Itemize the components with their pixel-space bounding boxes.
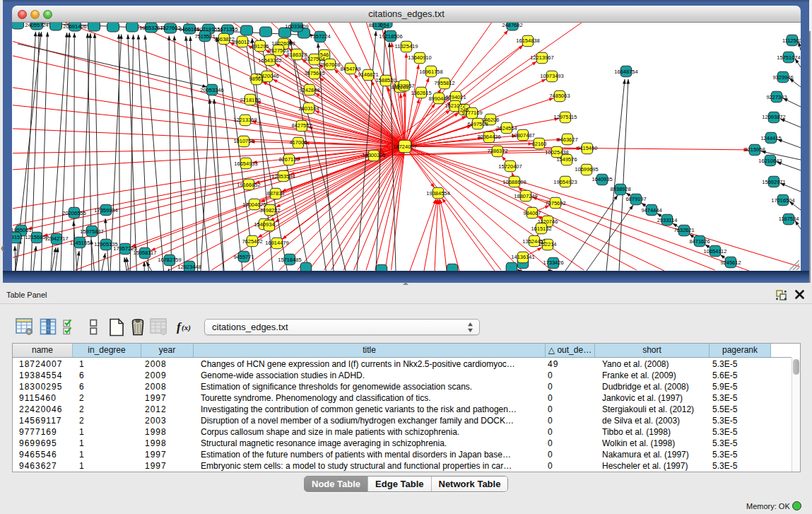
svg-text:19166852: 19166852: [237, 182, 260, 188]
svg-text:12213369: 12213369: [233, 117, 257, 123]
svg-text:9463627: 9463627: [557, 136, 577, 143]
svg-text:7663822: 7663822: [213, 36, 234, 42]
svg-text:16154838: 16154838: [516, 37, 539, 44]
svg-text:2967608: 2967608: [319, 62, 340, 68]
svg-text:15720407: 15720407: [498, 163, 522, 170]
svg-text:39151: 39151: [12, 234, 23, 240]
svg-text:20206555: 20206555: [62, 210, 86, 216]
svg-text:12923448: 12923448: [177, 264, 201, 270]
svg-text:16961758: 16961758: [419, 69, 442, 75]
svg-text:10654112: 10654112: [704, 248, 727, 255]
svg-text:9242848: 9242848: [299, 87, 319, 93]
svg-text:15958117: 15958117: [134, 250, 157, 256]
svg-text:7386372: 7386372: [487, 148, 507, 154]
svg-text:1640935: 1640935: [592, 176, 612, 182]
svg-text:16648754: 16648754: [614, 69, 637, 75]
svg-text:15975887: 15975887: [80, 228, 103, 235]
svg-text:19654923: 19654923: [553, 179, 577, 185]
svg-text:8960124: 8960124: [232, 39, 252, 45]
svg-text:(x): (x): [182, 323, 191, 332]
svg-text:7485063: 7485063: [549, 93, 570, 99]
svg-text:12942717: 12942717: [45, 235, 68, 242]
svg-text:887833: 887833: [266, 190, 284, 197]
svg-text:1112503: 1112503: [782, 37, 801, 44]
svg-text:984067: 984067: [523, 210, 541, 216]
svg-text:16654933: 16654933: [234, 160, 257, 167]
svg-text:2933114: 2933114: [657, 217, 678, 223]
svg-text:1588520: 1588520: [375, 77, 396, 83]
svg-text:8813054: 8813054: [368, 22, 389, 28]
svg-text:7357224: 7357224: [310, 33, 330, 40]
svg-text:3624554: 3624554: [496, 125, 517, 132]
svg-text:6879197: 6879197: [625, 196, 646, 202]
svg-text:7625402: 7625402: [242, 238, 262, 245]
svg-text:14136141: 14136141: [511, 254, 534, 260]
svg-text:8267130: 8267130: [278, 156, 299, 163]
svg-text:10025438: 10025438: [545, 149, 568, 156]
svg-text:18300295: 18300295: [362, 152, 385, 158]
svg-text:16782759: 16782759: [158, 257, 181, 263]
svg-text:10699695: 10699695: [575, 166, 598, 173]
svg-text:1244415: 1244415: [760, 135, 781, 141]
svg-text:9327503: 9327503: [268, 47, 288, 54]
svg-text:7955812: 7955812: [434, 80, 454, 86]
svg-text:18226058: 18226058: [271, 40, 295, 47]
svg-text:13640910: 13640910: [408, 54, 431, 61]
svg-text:9115460: 9115460: [577, 145, 598, 151]
svg-text:16543362: 16543362: [258, 57, 281, 64]
svg-text:1010755: 1010755: [233, 138, 254, 144]
svg-text:11325419: 11325419: [395, 43, 418, 49]
svg-text:1615132: 1615132: [531, 226, 551, 232]
svg-text:9777169: 9777169: [461, 110, 482, 116]
svg-text:746206: 746206: [481, 117, 499, 123]
svg-text:20691406: 20691406: [63, 23, 86, 30]
svg-text:2803144: 2803144: [298, 105, 319, 112]
svg-text:15751074: 15751074: [777, 54, 800, 61]
svg-text:7515521: 7515521: [194, 33, 215, 40]
svg-text:10688609: 10688609: [502, 179, 526, 185]
svg-text:1822057: 1822057: [394, 83, 414, 89]
svg-text:3875645: 3875645: [304, 70, 324, 76]
svg-text:12975115: 12975115: [554, 114, 577, 120]
svg-text:2487682: 2487682: [502, 22, 522, 28]
svg-text:16033809: 16033809: [285, 23, 308, 30]
svg-text:9455771: 9455771: [233, 254, 254, 260]
svg-text:9474444: 9474444: [641, 207, 661, 214]
svg-text:8938928: 8938928: [610, 186, 630, 192]
svg-text:12093872: 12093872: [762, 114, 785, 120]
svg-text:1671355: 1671355: [217, 26, 237, 33]
svg-text:15716485: 15716485: [278, 257, 301, 263]
svg-text:18724007: 18724007: [393, 144, 416, 150]
svg-text:20053346: 20053346: [200, 87, 223, 93]
svg-text:1549576: 1549576: [556, 156, 577, 163]
svg-text:18807249: 18807249: [514, 193, 537, 199]
svg-text:17359934: 17359934: [94, 207, 117, 214]
svg-text:1540934: 1540934: [254, 221, 274, 228]
svg-text:1527602: 1527602: [160, 25, 180, 31]
svg-text:17016504: 17016504: [771, 197, 794, 204]
svg-text:12353594: 12353594: [271, 173, 295, 180]
svg-text:417006: 417006: [289, 139, 307, 146]
svg-text:1120746: 1120746: [538, 218, 558, 225]
svg-text:12213967: 12213967: [530, 54, 553, 61]
svg-text:10807487: 10807487: [511, 132, 534, 139]
svg-text:19384554: 19384554: [426, 190, 449, 197]
svg-text:8471626: 8471626: [689, 238, 710, 245]
svg-text:9227343: 9227343: [766, 94, 787, 100]
svg-text:1167534: 1167534: [779, 216, 799, 222]
svg-text:24055724: 24055724: [25, 22, 48, 28]
svg-text:15692971: 15692971: [762, 179, 785, 185]
svg-text:16914479: 16914479: [265, 240, 288, 246]
svg-text:19218506: 19218506: [379, 33, 402, 40]
svg-text:2718170: 2718170: [240, 97, 260, 103]
svg-text:6794021: 6794021: [445, 94, 466, 100]
svg-text:1145155: 1145155: [70, 240, 90, 246]
svg-text:98961: 98961: [249, 76, 264, 82]
svg-text:3215958: 3215958: [744, 146, 765, 153]
svg-text:1855061: 1855061: [12, 227, 32, 233]
svg-text:7075692: 7075692: [545, 200, 565, 206]
svg-text:10973493: 10973493: [540, 73, 563, 79]
svg-text:3498222: 3498222: [259, 207, 280, 214]
svg-text:20364436: 20364436: [477, 134, 500, 140]
svg-text:8427552: 8427552: [291, 122, 312, 129]
